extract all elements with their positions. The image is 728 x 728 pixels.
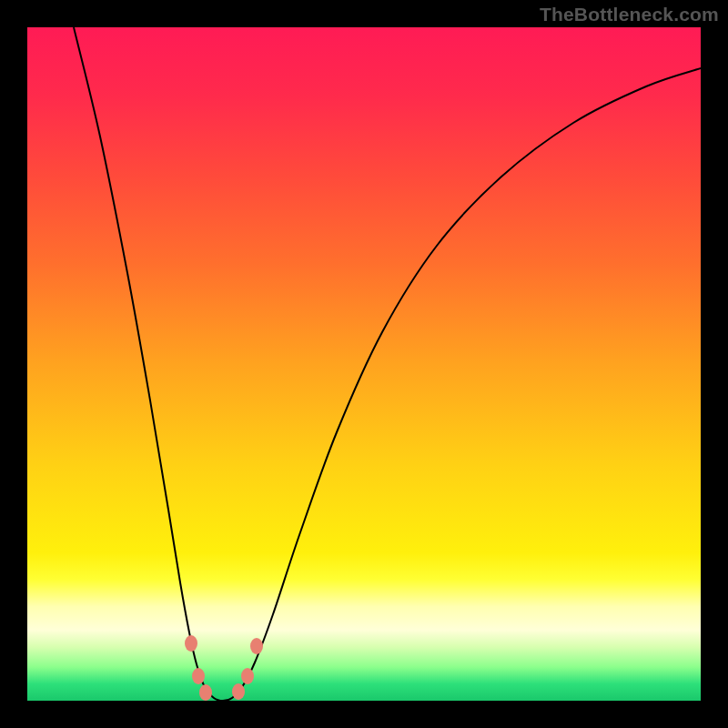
bottleneck-chart xyxy=(27,27,701,701)
chart-frame: TheBottleneck.com xyxy=(0,0,728,728)
curve-marker xyxy=(185,635,197,652)
curve-marker xyxy=(232,683,245,700)
curve-marker xyxy=(199,684,212,701)
curve-marker xyxy=(250,638,263,654)
watermark-text: TheBottleneck.com xyxy=(540,4,719,25)
curve-marker xyxy=(192,668,205,684)
curve-marker xyxy=(241,668,254,684)
chart-background xyxy=(27,27,701,701)
